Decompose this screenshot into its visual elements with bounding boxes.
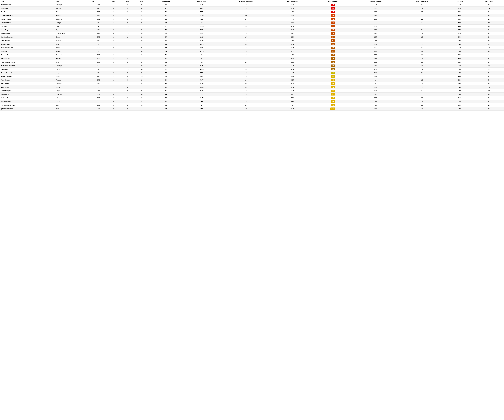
snap-hq-pressures-value: 22.5 xyxy=(352,17,399,21)
drive-kill-pct-value: 28% xyxy=(445,10,474,14)
snap-pressures-value: 8.7 xyxy=(313,64,352,67)
low-value: 38 xyxy=(135,53,148,57)
pressure-quality-ratio-value: 1.48 xyxy=(220,10,272,14)
snap-pressures-value: 6.9 xyxy=(313,14,352,17)
snap-pressures-value: 9.7 xyxy=(313,93,352,96)
snap-pressures-value: 9.8 xyxy=(313,96,352,100)
team-name: Jets xyxy=(55,107,91,110)
draft-round-value: 4th xyxy=(474,78,504,82)
pressure-score-value: 57.5 xyxy=(183,10,220,14)
pass-rush-snaps-value: 366 xyxy=(272,39,313,43)
drive-kill-pct-value: 34% xyxy=(445,17,474,21)
age-value: 32.4 xyxy=(91,93,106,96)
high-value: 22 xyxy=(120,71,135,75)
low-value: 25 xyxy=(135,78,148,82)
age-value: 24.2 xyxy=(91,103,106,107)
table-row: John Franklin-Myers Jets 26.8 2 17 23 42… xyxy=(0,60,504,64)
pressure-score-value: 29 xyxy=(183,93,220,96)
rare-value: 0 xyxy=(106,32,120,35)
drive-kill-pct-value: 22% xyxy=(445,39,474,43)
draft-round-value: 5th xyxy=(474,67,504,71)
snap-hq-pressures-value: 37.2 xyxy=(352,53,399,57)
pressure-quality-ratio-value: 0.56 xyxy=(220,100,272,103)
snap-pressures-value: 9.6 xyxy=(313,85,352,89)
snap-hq-pressures-value: 22.5 xyxy=(352,32,399,35)
rare-value: 5 xyxy=(106,96,120,100)
pressure-score-value: 63.75 xyxy=(183,3,220,7)
pressure-quality-ratio-value: 0.97 xyxy=(220,89,272,93)
col-age: Age xyxy=(91,0,106,3)
snap-hq-pressures-value: 18.2 xyxy=(352,43,399,46)
table-row: Arden Key Jaguars 27.2 2 12 26 40 27.5 0… xyxy=(0,28,504,32)
rare-value: 0 xyxy=(106,93,120,96)
drive-kill-pressures-value: 15 xyxy=(399,107,445,110)
draft-round-value: 1st xyxy=(474,24,504,28)
snap-pressures-value: 8.3 xyxy=(313,53,352,57)
table-row: Brian Burns Panthers 25.2 1 14 38 53 34.… xyxy=(0,82,504,85)
table-row: Javon Hargrave Eagles 30.4 1 21 23 45 33… xyxy=(0,89,504,93)
high-value: 20 xyxy=(120,17,135,21)
rare-value: 5 xyxy=(106,14,120,17)
low-value: 20 xyxy=(135,75,148,78)
drive-kill-pct-value: 19% xyxy=(445,21,474,24)
rare-value: 0 xyxy=(106,10,120,14)
pressure-total-value: 39 xyxy=(148,107,183,110)
team-name: Jets xyxy=(55,60,91,64)
pass-rush-snaps-value: 454 xyxy=(272,57,313,60)
high-value: 11 xyxy=(120,53,135,57)
pressure-quality-ratio-value: 0.4 xyxy=(220,82,272,85)
pressure-score-value: 25.25 xyxy=(183,35,220,39)
low-value: 26 xyxy=(135,28,148,32)
snap-hq-pressures-value: 16.8 xyxy=(352,24,399,28)
table-row: Josh Uche Patriots 24.8 0 8 33 41 24.5 0… xyxy=(0,7,504,10)
drive-kill-pct-value: 21% xyxy=(445,46,474,50)
team-name: Browns xyxy=(55,57,91,60)
low-value: 29 xyxy=(135,39,148,43)
high-value: 19 xyxy=(120,46,135,50)
player-name: Danielle Hunter xyxy=(0,96,55,100)
rare-value: 1 xyxy=(106,78,120,82)
age-value: 25.9 xyxy=(91,78,106,82)
table-row: Jaelan Phillips Dolphins 24.1 0 20 41 61… xyxy=(0,17,504,21)
drive-kill-pressures-value: 17 xyxy=(399,28,445,32)
pass-rush-snaps-value: 280 xyxy=(272,35,313,39)
col-pressure-quality-ratio: Pressure Quality Ratio xyxy=(220,0,272,3)
drive-kill-pressures-value: 17 xyxy=(399,82,445,85)
pressure-total-value: 74 xyxy=(148,3,183,7)
pass-rush-snaps-value: 432 xyxy=(272,89,313,93)
team-name: Cowboys xyxy=(55,64,91,67)
pressure-quality-ratio-value: 0.35 xyxy=(220,93,272,96)
pressure-quality-ratio-value: 0.58 xyxy=(220,50,272,53)
player-name: Brian Burns xyxy=(0,82,55,85)
team-name: Eagles xyxy=(55,71,91,75)
pressure-score-value: 24.5 xyxy=(183,7,220,10)
draft-round-value: 3rd xyxy=(474,14,504,17)
pass-rush-snaps-value: 615 xyxy=(272,78,313,82)
snap-hq-pressures-value: 19.5 xyxy=(352,71,399,75)
draft-round-value: 1st xyxy=(474,103,504,107)
draft-round-value: 1st xyxy=(474,75,504,78)
snap-pressures-value: 9.2 xyxy=(313,75,352,78)
player-name: Javon Hargrave xyxy=(0,89,55,93)
pressure-total-value: 49 xyxy=(148,53,183,57)
table-row: Chris Jones Chiefs 29 1 34 26 61 48.25 1… xyxy=(0,85,504,89)
drive-kill-pressures-value: 10 xyxy=(399,35,445,39)
low-value: 30 xyxy=(135,64,148,67)
age-value: 25.9 xyxy=(91,46,106,50)
pressure-total-value: 61 xyxy=(148,17,183,21)
snap-pressures-value: 8 xyxy=(313,39,352,43)
player-name: Micah Parsons xyxy=(0,3,55,7)
pressure-total-value: 35 xyxy=(148,35,183,39)
team-name: Dolphins xyxy=(55,17,91,21)
age-value: 28.8 xyxy=(91,71,106,75)
snap-hq-pressures-value: 19.6 xyxy=(352,89,399,93)
snap-pressures-value: 8.6 xyxy=(313,60,352,64)
table-row: Haason Reddick Eagles 28.8 0 22 25 47 34… xyxy=(0,71,504,75)
pressure-score-value: 43.5 xyxy=(183,75,220,78)
snap-hq-pressures-value: 18.7 xyxy=(352,35,399,39)
team-name: Patriots xyxy=(55,7,91,10)
age-value: 29 xyxy=(91,85,106,89)
player-name: Montez Sweat xyxy=(0,32,55,35)
snap-hq-pressures-value: 33 xyxy=(352,82,399,85)
col-drive-kill-pct: Drive Kill % xyxy=(445,0,474,3)
